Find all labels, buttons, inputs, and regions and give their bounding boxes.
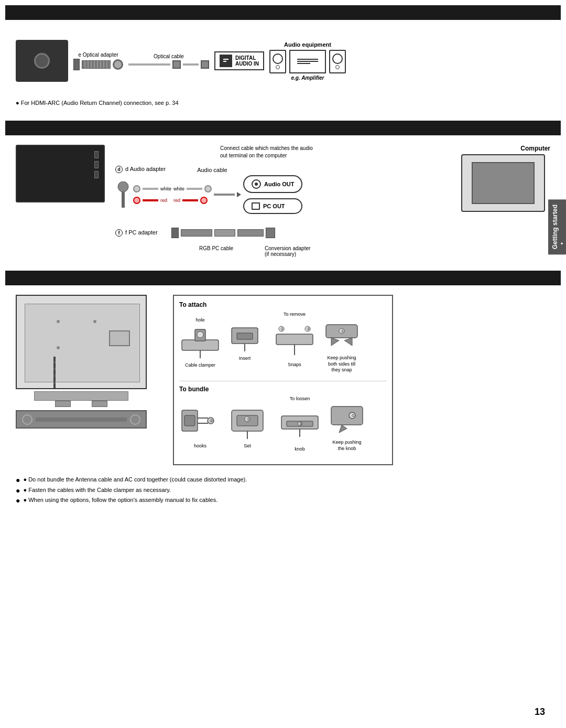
to-attach-row: hole Cable clamper xyxy=(179,312,387,373)
keep-pushing-svg: ① xyxy=(321,312,363,354)
note-1: ● ● Do not bundle the Antenna cable and … xyxy=(16,476,550,484)
svg-rect-5 xyxy=(182,340,219,350)
tv-back-illustration xyxy=(16,295,147,389)
audio-out-icon xyxy=(252,179,261,189)
svg-rect-37 xyxy=(331,406,363,425)
svg-rect-10 xyxy=(237,333,253,339)
rl2 xyxy=(297,61,318,62)
insert-label: Insert xyxy=(239,356,251,361)
clamper-attach-main: hole Cable clamper xyxy=(179,317,221,368)
rca-cable-white xyxy=(143,188,158,190)
rca-head-red xyxy=(133,197,140,204)
section1-bar xyxy=(5,5,561,20)
pc-out-icon xyxy=(252,202,260,210)
rca-end-red xyxy=(200,197,208,204)
to-attach-section: To attach hole xyxy=(179,301,387,373)
rca-red-end: red xyxy=(173,197,212,204)
svg-text:②: ② xyxy=(246,417,250,422)
note-3: ● ● When using the options, follow the o… xyxy=(16,496,550,504)
f-circle: f xyxy=(115,229,123,237)
section2-content: Connect cable which matches the audio ou… xyxy=(5,140,561,262)
keep-pushing-knob-part: ① Keep pushing the knob xyxy=(326,396,368,452)
svg-rect-4 xyxy=(122,192,125,208)
note-2-text: ● Fasten the cables with the Cable clamp… xyxy=(23,486,171,494)
pc-adapter-row: f f PC adapter xyxy=(115,228,451,238)
dot2 xyxy=(93,320,96,323)
port-box xyxy=(109,330,130,346)
output-boxes: Audio OUT PC OUT xyxy=(243,175,302,214)
rca-head-white xyxy=(133,185,140,192)
optical-adapter-section: e Optical adapter xyxy=(73,52,123,70)
to-attach-title: To attach xyxy=(179,301,387,308)
connect-note: Connect cable which matches the audio ou… xyxy=(220,145,314,159)
digital-audio-icon xyxy=(220,55,232,67)
hdmi-note: ● For HDMI-ARC (Audio Return Channel) co… xyxy=(5,98,561,108)
hooks-label: hooks xyxy=(194,443,206,448)
bundle-right-diagram: To loosen ② knob xyxy=(279,396,368,452)
rca-ends: white red xyxy=(173,185,212,204)
to-remove-part: To remove ① ② Snaps xyxy=(274,312,315,367)
to-bundle-row: ② hooks xyxy=(179,396,387,452)
red-label-2: red xyxy=(173,198,180,203)
to-loosen-svg: ② xyxy=(279,403,321,445)
keep-pushing-label: Keep pushing both sides till they snap xyxy=(327,355,356,373)
port-2 xyxy=(94,161,99,168)
note-1-text: ● Do not bundle the Antenna cable and AC… xyxy=(23,476,247,484)
tv-back-panel xyxy=(25,304,140,382)
serrated-body xyxy=(82,60,111,69)
digital-audio-box: DIGITAL AUDIO IN xyxy=(214,51,264,70)
tv-back-device xyxy=(16,145,105,202)
rca-cable-r2 xyxy=(182,199,198,201)
rgb-conv-adapter xyxy=(266,228,275,238)
av-knob2 xyxy=(130,414,140,425)
svg-point-7 xyxy=(197,331,203,338)
round-conn-1 xyxy=(113,59,123,70)
audio-cable-label: Audio cable xyxy=(197,167,227,173)
audio-labels-row: d d Audio adapter Audio cable xyxy=(115,166,451,173)
pc-adapter-connector xyxy=(171,228,275,238)
section1: e Optical adapter Optical cable xyxy=(5,5,561,112)
white-label-2: white xyxy=(173,186,184,191)
section3-bar xyxy=(5,271,561,285)
tv-ports xyxy=(94,151,99,178)
sq-conn-1 xyxy=(172,60,181,69)
bundle-left-diagram: ② hooks xyxy=(179,400,268,448)
attach-right-diagram: To remove ① ② Snaps xyxy=(274,312,363,373)
pc-adapter-text: f PC adapter xyxy=(125,229,158,235)
keep-pushing-knob-label: Keep pushing the knob xyxy=(332,440,361,452)
hole-label: hole xyxy=(195,317,204,323)
rca-cable-w2 xyxy=(187,188,202,190)
rgb-pc-cable-label: RGB PC cable xyxy=(199,245,233,257)
attach-left-diagram: hole Cable clamper xyxy=(179,317,263,368)
to-remove-svg: ① ② xyxy=(274,318,315,360)
svg-rect-2 xyxy=(223,61,226,62)
divider xyxy=(179,381,387,381)
red-label-1: red xyxy=(160,198,167,203)
receiver-display xyxy=(297,59,318,64)
section2: Connect cable which matches the audio ou… xyxy=(5,121,561,262)
snaps-label: Snaps xyxy=(288,362,301,367)
stand-foot-right xyxy=(92,401,107,407)
audio-adapter-text: d Audio adapter xyxy=(125,166,166,172)
bullet-2: ● xyxy=(16,487,20,494)
speaker-tweeter-right xyxy=(335,65,340,69)
bundle-set-part: ② Set xyxy=(226,400,268,448)
pc-out-box: PC OUT xyxy=(243,198,302,214)
computer-label: Computer xyxy=(520,145,550,152)
audio-equipment-label: Audio equipment xyxy=(284,41,331,48)
audio-plug-svg xyxy=(115,181,131,208)
tv-stand-section xyxy=(16,389,147,401)
rca-red: red xyxy=(133,197,171,204)
rl3 xyxy=(297,63,310,64)
stand-foot-left xyxy=(55,401,71,407)
clamper-svg xyxy=(179,324,221,361)
tv-stand-top xyxy=(34,391,128,401)
bundle-main-part: ② hooks xyxy=(179,400,221,448)
svg-rect-22 xyxy=(184,415,195,426)
cable-clamper-label: Cable clamper xyxy=(185,362,215,368)
cable-line-optical xyxy=(128,63,170,66)
speaker-woofer-right xyxy=(332,53,343,64)
bundle-set-svg: ② xyxy=(226,400,268,442)
port-3 xyxy=(94,171,99,178)
section1-content: e Optical adapter Optical cable xyxy=(5,24,561,98)
